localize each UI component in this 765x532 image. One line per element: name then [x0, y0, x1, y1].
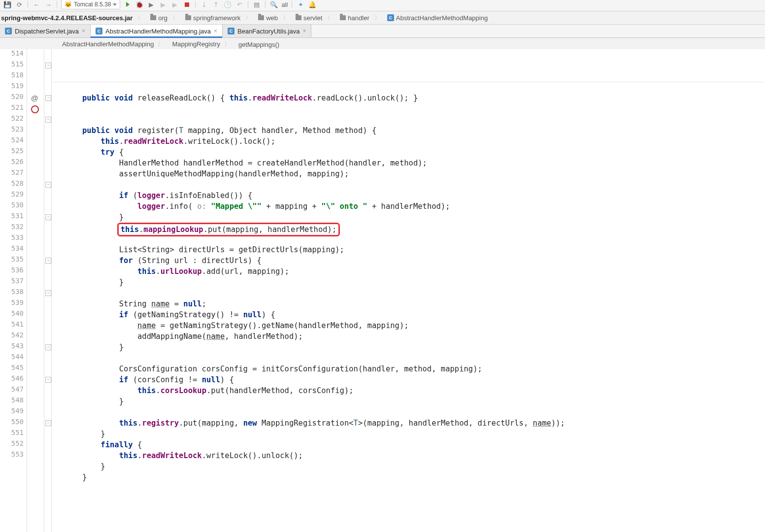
path-crumb[interactable]: handler	[337, 11, 384, 24]
fold-handle[interactable]: −	[45, 214, 51, 220]
code-line[interactable]: }	[55, 429, 765, 439]
debug-button[interactable]: 🐞	[135, 0, 144, 9]
code-line[interactable]: this.registry.put(mapping, new MappingRe…	[55, 418, 765, 429]
editor-tab[interactable]: BeanFactoryUtils.java×	[223, 25, 311, 37]
path-crumb-label: web	[266, 14, 278, 22]
code-line[interactable]	[55, 103, 765, 114]
refresh-icon[interactable]: ⟳	[15, 0, 24, 9]
code-line[interactable]: CorsConfiguration corsConfig = initCorsC…	[55, 364, 765, 374]
plugin-icon[interactable]: ✦	[296, 0, 305, 9]
folder-icon	[258, 15, 264, 20]
code-line[interactable]: if (getNamingStrategy() != null) {	[55, 309, 765, 320]
class-icon	[96, 28, 102, 34]
code-line[interactable]: finally {	[55, 439, 765, 450]
fold-handle[interactable]: −	[45, 377, 51, 383]
run-config-selector[interactable]: 🐱 Tomcat 8.5.38	[61, 0, 120, 9]
forward-icon[interactable]: →	[44, 0, 53, 9]
code-line[interactable]: this.corsLookup.put(handlerMethod, corsC…	[55, 385, 765, 396]
path-crumb-label: springframework	[193, 14, 240, 22]
code-line[interactable]: logger.info( o: "Mapped \"" + mapping + …	[55, 201, 765, 212]
line-number: 528	[0, 179, 24, 190]
path-crumb[interactable]: springframework	[182, 11, 255, 24]
structure-icon[interactable]: ▤	[252, 0, 261, 9]
coverage-button[interactable]: ▶	[147, 0, 156, 9]
fold-handle[interactable]: −	[45, 117, 51, 123]
code-line[interactable]: public void register(T mapping, Object h…	[55, 125, 765, 136]
editor-tab[interactable]: DispatcherServlet.java×	[0, 25, 91, 37]
path-crumb[interactable]: spring-webmvc-4.2.4.RELEASE-sources.jar	[1, 11, 147, 24]
code-area[interactable]: public void releaseReadLock() { this.rea…	[52, 49, 765, 532]
stop-button[interactable]	[182, 0, 191, 9]
line-number: 527	[0, 168, 24, 179]
code-line[interactable]: List<String> directUrls = getDirectUrls(…	[55, 244, 765, 255]
code-line[interactable]: addMappingName(name, handlerMethod);	[55, 331, 765, 342]
line-number: 515	[0, 60, 24, 71]
fold-handle[interactable]: −	[45, 344, 51, 350]
code-line[interactable]: }	[55, 277, 765, 288]
code-line[interactable]: try {	[55, 147, 765, 158]
vcs-history-icon[interactable]: 🕑	[223, 0, 232, 9]
line-number: 546	[0, 374, 24, 385]
fold-handle[interactable]: −	[45, 95, 51, 101]
path-crumb[interactable]: AbstractHandlerMethodMapping	[384, 11, 497, 24]
code-line[interactable]	[55, 179, 765, 190]
code-line[interactable]: HandlerMethod handlerMethod = createHand…	[55, 158, 765, 168]
notification-icon[interactable]: 🔔	[308, 0, 317, 9]
code-line[interactable]: if (logger.isInfoEnabled()) {	[55, 190, 765, 201]
close-icon[interactable]: ×	[82, 28, 85, 34]
profile-button[interactable]: ▶	[159, 0, 167, 9]
back-icon[interactable]: ←	[32, 0, 41, 9]
path-crumb[interactable]: org	[147, 11, 182, 24]
vcs-update-icon[interactable]: ⤓	[200, 0, 208, 9]
breakpoint-icon[interactable]	[31, 105, 38, 112]
save-icon[interactable]: 💾	[3, 0, 12, 9]
structure-crumb[interactable]: getMappings()	[234, 41, 287, 48]
code-line[interactable]: }	[55, 461, 765, 472]
attach-button[interactable]: ▶	[170, 0, 179, 9]
code-line[interactable]: this.mappingLookup.put(mapping, handlerM…	[55, 223, 765, 233]
code-line[interactable]: assertUniqueMethodMapping(handlerMethod,…	[55, 168, 765, 179]
code-line[interactable]	[55, 407, 765, 418]
folder-icon	[185, 15, 191, 20]
editor-tab[interactable]: AbstractHandlerMethodMapping.java×	[91, 25, 223, 37]
code-line[interactable]	[55, 114, 765, 125]
path-crumb[interactable]: servlet	[293, 11, 337, 24]
fold-column[interactable]: −−−−−−−−−−	[44, 49, 52, 532]
fold-handle[interactable]: −	[45, 258, 51, 264]
code-line[interactable]	[55, 483, 765, 494]
line-number: 536	[0, 266, 24, 277]
code-line[interactable]: String name = null;	[55, 299, 765, 309]
code-line[interactable]: if (corsConfig != null) {	[55, 374, 765, 385]
structure-crumb[interactable]: AbstractHandlerMethodMapping	[58, 40, 168, 49]
path-crumb[interactable]: web	[255, 11, 293, 24]
line-number: 540	[0, 309, 24, 320]
close-icon[interactable]: ×	[302, 28, 306, 34]
code-line[interactable]: this.readWriteLock.writeLock().lock();	[55, 136, 765, 147]
line-number: 521	[0, 103, 24, 114]
vcs-commit-icon[interactable]: ⤒	[211, 0, 220, 9]
code-line[interactable]: public void releaseReadLock() { this.rea…	[55, 93, 765, 103]
structure-crumb[interactable]: MappingRegistry	[168, 40, 234, 49]
code-line[interactable]: }	[55, 396, 765, 407]
code-line[interactable]	[55, 82, 765, 93]
code-line[interactable]: }	[55, 472, 765, 483]
fold-handle[interactable]: −	[45, 290, 51, 296]
close-icon[interactable]: ×	[214, 28, 217, 34]
code-line[interactable]: }	[55, 342, 765, 353]
code-line[interactable]: for (String url : directUrls) {	[55, 255, 765, 266]
run-button[interactable]	[123, 0, 132, 9]
code-line[interactable]: name = getNamingStrategy().getName(handl…	[55, 320, 765, 331]
gutter-icons-column[interactable]: @	[27, 49, 44, 532]
fold-handle[interactable]: −	[45, 182, 51, 188]
vcs-revert-icon[interactable]: ↶	[235, 0, 244, 9]
override-icon[interactable]: @	[31, 94, 38, 100]
code-line[interactable]	[55, 353, 765, 364]
search-icon[interactable]: 🔍	[269, 0, 278, 9]
code-line[interactable]	[55, 288, 765, 299]
code-line[interactable]: this.urlLookup.add(url, mapping);	[55, 266, 765, 277]
fold-handle[interactable]: −	[45, 63, 51, 68]
path-crumb-label: spring-webmvc-4.2.4.RELEASE-sources.jar	[1, 14, 133, 22]
code-line[interactable]: }	[55, 212, 765, 223]
fold-handle[interactable]: −	[45, 420, 51, 426]
code-line[interactable]: this.readWriteLock.writeLock().unlock();	[55, 450, 765, 461]
